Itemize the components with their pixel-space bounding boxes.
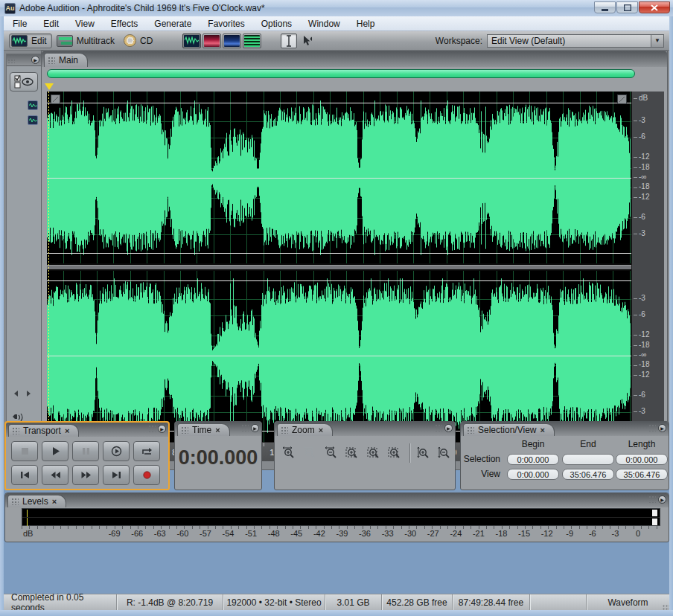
minimize-button[interactable]	[594, 1, 616, 13]
scroll-right-icon[interactable]	[24, 389, 34, 398]
panel-menu-icon[interactable]: ▶	[658, 424, 666, 432]
waveform-display[interactable]	[47, 92, 631, 442]
menu-generate[interactable]: Generate	[146, 17, 200, 31]
menu-help[interactable]: Help	[348, 17, 383, 31]
play-looped-button[interactable]	[103, 441, 130, 461]
loop-mode-button[interactable]	[133, 441, 160, 461]
close-icon[interactable]: ×	[319, 426, 323, 434]
panel-grip-icon	[13, 428, 19, 434]
ruler-tick-label: -6	[639, 391, 645, 399]
meter-scale-label: -33	[382, 529, 394, 538]
pause-button[interactable]	[72, 441, 99, 461]
spectral-pan-view-button[interactable]	[223, 33, 241, 48]
files-panel: ▶ Sort B	[6, 54, 42, 467]
main-tab-label: Main	[59, 55, 78, 65]
scroll-left-icon[interactable]	[11, 389, 21, 398]
selection-length-value[interactable]: 0:00.000	[616, 454, 668, 465]
spectral-phase-view-button[interactable]	[243, 33, 261, 48]
tab-zoom[interactable]: Zoom ×	[277, 423, 333, 436]
panel-menu-icon[interactable]: ▶	[31, 56, 39, 64]
close-icon[interactable]: ×	[52, 498, 57, 505]
show-file-types-button[interactable]	[10, 72, 38, 92]
ruler-tick-label: -18	[639, 360, 649, 368]
panel-grip-icon	[649, 496, 656, 503]
zoom-out-vertical-button[interactable]	[436, 445, 455, 461]
menu-favorites[interactable]: Favorites	[200, 17, 252, 31]
cd-view-button[interactable]: CD	[122, 33, 157, 48]
waveform-view-button[interactable]	[182, 33, 201, 48]
record-button[interactable]	[133, 465, 160, 485]
play-button[interactable]	[42, 441, 68, 461]
panel-menu-icon[interactable]: ▶	[158, 425, 166, 433]
ruler-tick-label: -6	[639, 310, 645, 318]
time-display[interactable]: 0:00.000	[175, 446, 261, 469]
meter-scale-label: -27	[427, 529, 439, 538]
zoom-in-horizontal-button[interactable]	[280, 445, 299, 461]
zoom-in-left-edge-button[interactable]	[365, 445, 384, 461]
main-tabstrip: Main	[42, 51, 667, 67]
tab-levels[interactable]: Levels ×	[7, 495, 66, 507]
maximize-button[interactable]	[616, 1, 638, 13]
chevron-down-icon[interactable]: ▼	[651, 35, 663, 47]
multitrack-icon	[57, 35, 73, 47]
level-meter[interactable]	[22, 508, 660, 526]
panel-menu-icon[interactable]: ▶	[251, 424, 259, 432]
zoom-in-right-edge-button[interactable]	[386, 445, 406, 461]
status-segment-7: Waveform	[587, 594, 669, 610]
zoom-out-horizontal-button[interactable]	[302, 445, 321, 461]
close-button[interactable]	[639, 1, 670, 13]
file-item-icon[interactable]	[28, 115, 38, 125]
view-end-value[interactable]: 35:06.476	[562, 469, 614, 480]
scrub-tool-button[interactable]	[300, 33, 316, 48]
view-begin-value[interactable]: 0:00.000	[507, 469, 559, 480]
panel-menu-icon[interactable]: ▶	[658, 495, 666, 504]
multitrack-label: Multitrack	[77, 36, 115, 46]
marker-strip[interactable]	[42, 80, 667, 92]
time-selection-tool-button[interactable]	[281, 33, 297, 48]
spectral-phase-view-icon	[244, 35, 260, 47]
stop-button[interactable]	[11, 441, 38, 461]
zoom-range-bar[interactable]	[47, 69, 635, 78]
waveform-canvas[interactable]	[47, 92, 631, 442]
panel-grip-icon	[281, 427, 288, 434]
status-segment-2: 192000 • 32-bit • Stereo	[223, 594, 325, 610]
workspace-dropdown[interactable]: Edit View (Default) ▼	[487, 34, 664, 48]
amplitude-ruler[interactable]: dB-3-3-6-6-12-12-18-18-∞dB-3-3-6-6-12-12…	[631, 92, 664, 442]
zoom-to-selection-button[interactable]	[344, 445, 363, 461]
close-icon[interactable]: ×	[65, 427, 69, 434]
zoom-full-button[interactable]	[322, 445, 342, 461]
playhead-top-marker[interactable]	[45, 83, 54, 90]
go-to-start-button[interactable]	[11, 465, 38, 485]
close-icon[interactable]: ×	[540, 426, 545, 434]
go-to-end-button[interactable]	[103, 465, 130, 485]
selection-begin-value[interactable]: 0:00.000	[507, 454, 559, 465]
edit-view-button[interactable]: Edit	[9, 33, 52, 48]
close-icon[interactable]: ×	[215, 426, 220, 434]
multitrack-view-button[interactable]: Multitrack	[55, 34, 119, 48]
edit-view-label: Edit	[31, 36, 47, 46]
menu-file[interactable]: File	[4, 17, 35, 31]
menu-edit[interactable]: Edit	[35, 17, 67, 31]
menu-effects[interactable]: Effects	[103, 17, 146, 31]
zoom-in-vertical-button[interactable]	[415, 445, 434, 461]
panel-grip-icon[interactable]	[8, 57, 15, 63]
fast-forward-button[interactable]	[72, 465, 99, 485]
workspace-label: Workspace:	[436, 36, 482, 46]
file-item-icon[interactable]	[28, 100, 38, 110]
meter-scale-label: -57	[200, 529, 211, 538]
tab-time[interactable]: Time ×	[177, 423, 230, 436]
rewind-button[interactable]	[42, 465, 68, 485]
tab-selection-view[interactable]: Selection/View ×	[463, 423, 555, 436]
tab-main[interactable]: Main	[44, 53, 88, 67]
menu-window[interactable]: Window	[300, 17, 348, 31]
menu-options[interactable]: Options	[253, 17, 300, 31]
meter-scale-label: -48	[268, 529, 280, 538]
menu-view[interactable]: View	[67, 17, 103, 31]
panel-menu-icon[interactable]: ▶	[444, 424, 453, 432]
selection-end-value[interactable]	[562, 454, 614, 465]
tab-transport[interactable]: Transport ×	[8, 424, 79, 437]
panel-grip-icon	[242, 425, 249, 431]
view-length-value[interactable]: 35:06.476	[616, 469, 668, 480]
row-label-view: View	[462, 469, 505, 479]
spectral-frequency-view-button[interactable]	[202, 33, 221, 48]
